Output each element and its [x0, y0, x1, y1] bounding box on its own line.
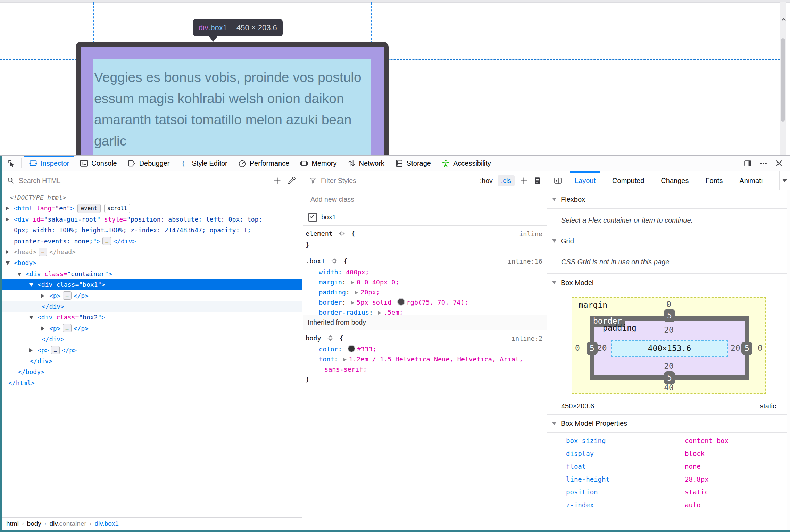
add-node-icon[interactable] [273, 176, 282, 185]
collapse-twisty-icon[interactable] [17, 273, 22, 276]
box-model-property-row[interactable]: positionstatic [547, 486, 790, 499]
print-simulation-icon[interactable] [533, 176, 542, 185]
layout-pane-scrollbar[interactable] [787, 190, 790, 530]
rule-selector[interactable]: element { [303, 228, 547, 240]
collapsed-content-chip[interactable]: … [39, 248, 47, 256]
collapsed-content-chip[interactable]: … [51, 346, 60, 354]
markup-row[interactable]: <!DOCTYPE html> [0, 192, 302, 203]
box-model-property-row[interactable]: z-indexauto [547, 499, 790, 512]
grid-section-header[interactable]: Grid [547, 232, 790, 250]
padding-bottom-value[interactable]: 20 [572, 361, 765, 371]
highlight-selector-icon[interactable] [339, 230, 345, 240]
markup-row[interactable]: </html> [0, 377, 302, 388]
border-left-value[interactable]: 5 [587, 342, 598, 355]
rule-source-link[interactable]: inline:16 [508, 256, 542, 266]
expand-twisty-icon[interactable] [6, 206, 9, 210]
sidebar-tabs-overflow[interactable] [779, 171, 790, 190]
markup-row[interactable]: <div id="saka-gui-root" style="position:… [0, 214, 302, 225]
toolbox-tab-inspector[interactable]: Inspector [24, 156, 74, 171]
css-declaration[interactable]: border: 5px solid rgb(75, 70, 74); [303, 297, 547, 307]
markup-row[interactable]: <html lang="en">eventscroll [0, 203, 302, 214]
border-bottom-value[interactable]: 5 [664, 371, 675, 384]
search-input[interactable] [18, 176, 263, 185]
margin-left-value[interactable]: 0 [575, 343, 580, 352]
event-badge[interactable]: event [77, 204, 100, 213]
close-icon[interactable] [774, 158, 784, 169]
breadcrumb-item[interactable]: body [27, 520, 41, 527]
expand-shorthand-icon[interactable] [343, 358, 347, 361]
color-swatch[interactable] [397, 298, 405, 306]
node-picker-icon[interactable] [5, 158, 19, 169]
filter-styles-input[interactable] [320, 176, 475, 185]
expand-twisty-icon[interactable] [29, 348, 33, 352]
expand-shorthand-icon[interactable] [351, 301, 354, 305]
markup-row[interactable]: <body> [0, 257, 302, 268]
expand-shorthand-icon[interactable] [355, 291, 358, 294]
expand-twisty-icon[interactable] [41, 294, 44, 298]
eyedropper-icon[interactable] [287, 176, 296, 185]
pseudo-class-toggle[interactable]: :hov [480, 177, 493, 185]
expand-shorthand-icon[interactable] [378, 311, 381, 315]
highlight-selector-icon[interactable] [327, 334, 334, 344]
split-console-icon[interactable] [742, 158, 753, 169]
markup-row[interactable]: <div class="box1"> [0, 279, 302, 290]
toolbox-tab-accessibility[interactable]: Accessibility [436, 156, 496, 171]
css-declaration[interactable]: padding: 20px; [303, 287, 547, 297]
box-model-property-row[interactable]: box-sizingcontent-box [547, 434, 790, 447]
toolbox-tab-storage[interactable]: Storage [390, 156, 436, 171]
color-swatch[interactable] [348, 345, 355, 352]
markup-row[interactable]: pointer-events: none;">…</div> [0, 236, 302, 247]
meatballs-icon[interactable] [758, 158, 769, 169]
sidebar-toggle-icon[interactable] [554, 176, 562, 185]
breadcrumb-item[interactable]: html [6, 520, 19, 527]
scroll-badge[interactable]: scroll [104, 204, 131, 213]
scrollbar-up-icon[interactable] [780, 16, 786, 26]
sidebar-tab-animati[interactable]: Animati [731, 171, 771, 190]
box-model-property-row[interactable]: displayblock [547, 447, 790, 460]
css-declaration[interactable]: width: 400px; [303, 267, 547, 277]
padding-right-value[interactable]: 20 [731, 343, 740, 352]
box-model-property-row[interactable]: line-height28.8px [547, 473, 790, 486]
expand-twisty-icon[interactable] [6, 217, 9, 222]
class-panel-toggle[interactable]: .cls [498, 175, 515, 186]
add-rule-icon[interactable] [519, 176, 528, 185]
toolbox-tab-style-editor[interactable]: { }Style Editor [175, 156, 233, 171]
toolbox-tab-network[interactable]: Network [342, 156, 390, 171]
page-scrollbar[interactable] [780, 2, 786, 155]
class-checkbox-label[interactable]: box1 [321, 213, 336, 221]
markup-row[interactable]: </div> [0, 334, 302, 344]
class-checkbox[interactable] [308, 213, 317, 222]
scrollbar-thumb[interactable] [781, 38, 785, 122]
css-declaration[interactable]: margin: 0 0 40px 0; [303, 277, 547, 287]
box-model-property-row[interactable]: floatnone [547, 460, 790, 473]
collapsed-content-chip[interactable]: … [102, 237, 111, 245]
boxmodel-section-header[interactable]: Box Model [547, 274, 790, 292]
highlight-selector-icon[interactable] [331, 257, 338, 267]
collapsed-content-chip[interactable]: … [63, 291, 72, 300]
margin-top-value[interactable]: 0 [572, 300, 765, 309]
toolbox-tab-debugger[interactable]: Debugger [122, 156, 175, 171]
collapsed-content-chip[interactable]: … [63, 324, 72, 332]
toolbox-tab-memory[interactable]: Memory [294, 156, 342, 171]
add-class-input[interactable] [310, 195, 531, 204]
sidebar-tab-layout[interactable]: Layout [566, 171, 604, 190]
markup-row[interactable]: <p>…</p> [0, 345, 302, 356]
markup-row[interactable]: <p>…</p> [0, 323, 302, 334]
padding-left-value[interactable]: 20 [597, 343, 607, 352]
expand-twisty-icon[interactable] [6, 250, 9, 254]
markup-row[interactable]: <div class="container"> [0, 268, 302, 279]
collapse-twisty-icon[interactable] [6, 261, 10, 265]
breadcrumb-item[interactable]: div.container [49, 520, 86, 527]
expand-shorthand-icon[interactable] [351, 281, 354, 284]
rule-source-link[interactable]: inline:2 [512, 333, 542, 343]
markup-row[interactable]: </div> [0, 356, 302, 366]
markup-row[interactable]: <p>…</p> [0, 290, 302, 301]
padding-top-value[interactable]: 20 [572, 325, 765, 334]
rule-source-link[interactable]: inline [519, 229, 542, 239]
sidebar-tab-fonts[interactable]: Fonts [697, 171, 731, 190]
markup-row[interactable]: <head>…</head> [0, 247, 302, 257]
margin-right-value[interactable]: 0 [758, 343, 763, 352]
markup-row[interactable]: 0px; width: 100%; height…100%; z-index: … [0, 225, 302, 235]
border-right-value[interactable]: 5 [741, 342, 752, 355]
flexbox-section-header[interactable]: Flexbox [547, 190, 790, 209]
